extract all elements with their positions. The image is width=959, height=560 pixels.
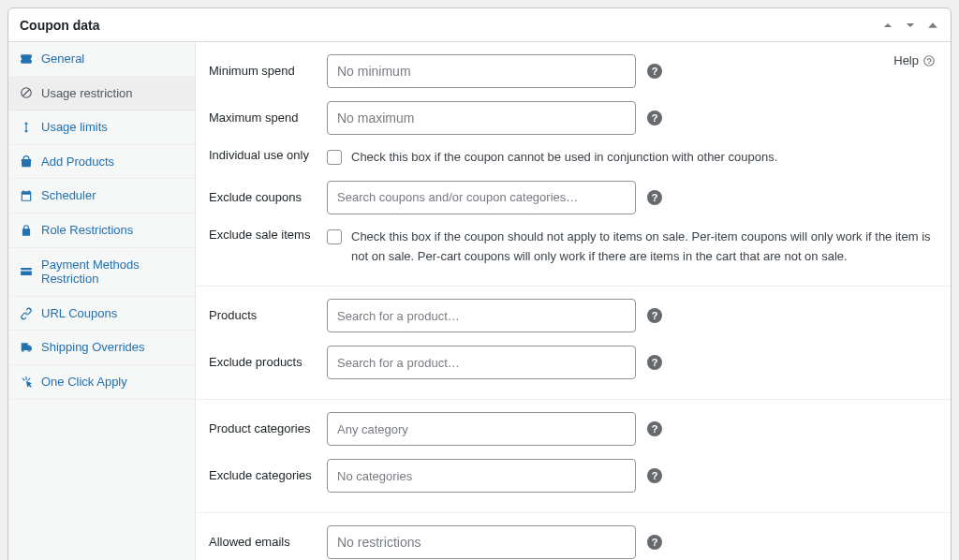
tab-label: Add Products <box>41 155 114 169</box>
allowed-emails-input[interactable] <box>327 525 636 559</box>
panel-controls <box>881 19 939 32</box>
min-spend-label: Minimum spend <box>209 54 327 78</box>
tab-label: Shipping Overrides <box>41 340 145 355</box>
individual-use-description: Check this box if the coupon cannot be u… <box>351 148 777 168</box>
help-icon <box>922 54 936 67</box>
card-icon <box>20 265 33 278</box>
tab-one-click-apply[interactable]: One Click Apply <box>8 365 195 400</box>
tab-label: Usage limits <box>41 120 108 135</box>
tab-add-products[interactable]: Add Products <box>8 145 195 180</box>
min-spend-input[interactable] <box>327 54 636 88</box>
products-label: Products <box>209 299 327 322</box>
product-categories-select[interactable]: Any category <box>327 412 636 446</box>
tab-usage-limits[interactable]: Usage limits <box>8 111 195 145</box>
exclude-coupons-placeholder: Search coupons and/or coupon categories… <box>337 190 578 204</box>
products-select[interactable]: Search for a product… <box>327 299 636 332</box>
individual-use-checkbox[interactable] <box>327 150 342 165</box>
bag-icon <box>20 155 33 169</box>
tab-label: General <box>41 52 84 66</box>
tab-label: URL Coupons <box>41 306 117 321</box>
exclude-products-label: Exclude products <box>209 346 327 369</box>
pointer-icon <box>20 376 33 389</box>
link-icon <box>20 307 33 320</box>
block-icon <box>20 86 33 99</box>
tab-usage-restriction[interactable]: Usage restriction <box>8 77 195 111</box>
exclude-sale-description: Check this box if the coupon should not … <box>351 228 937 267</box>
sidebar-tabs: General Usage restriction Usage limits A… <box>8 42 196 560</box>
coupon-data-panel: Coupon data General Usage restriction Us… <box>7 7 952 560</box>
panel-header: Coupon data <box>8 8 951 42</box>
lock-icon <box>20 224 33 237</box>
tab-general[interactable]: General <box>8 42 195 77</box>
ticket-icon <box>20 52 33 66</box>
help-tooltip-icon[interactable]: ? <box>647 355 662 370</box>
max-spend-input[interactable] <box>327 101 636 135</box>
tab-label: Usage restriction <box>41 86 133 101</box>
tab-url-coupons[interactable]: URL Coupons <box>8 297 195 332</box>
individual-use-label: Individual use only <box>209 148 327 162</box>
exclude-categories-label: Exclude categories <box>209 459 327 482</box>
panel-title: Coupon data <box>20 18 100 33</box>
help-tooltip-icon[interactable]: ? <box>647 308 662 323</box>
exclude-sale-label: Exclude sale items <box>209 228 327 242</box>
tab-role-restrictions[interactable]: Role Restrictions <box>8 214 195 248</box>
max-spend-label: Maximum spend <box>209 101 327 125</box>
help-label: Help <box>893 53 919 67</box>
collapse-toggle-icon[interactable] <box>926 19 939 32</box>
product-categories-label: Product categories <box>209 412 327 435</box>
arrows-vertical-icon <box>20 121 33 134</box>
help-tooltip-icon[interactable]: ? <box>647 468 662 483</box>
product-categories-placeholder: Any category <box>337 422 408 436</box>
exclude-coupons-label: Exclude coupons <box>209 181 327 204</box>
products-placeholder: Search for a product… <box>337 309 460 323</box>
help-tooltip-icon[interactable]: ? <box>647 421 662 436</box>
tab-label: Role Restrictions <box>41 223 133 238</box>
tab-label: Payment Methods Restriction <box>41 258 184 287</box>
tab-scheduler[interactable]: Scheduler <box>8 179 195 214</box>
exclude-products-placeholder: Search for a product… <box>337 356 460 370</box>
tab-label: Scheduler <box>41 188 96 203</box>
help-tooltip-icon[interactable]: ? <box>647 111 662 125</box>
exclude-sale-checkbox[interactable] <box>327 229 342 244</box>
help-tooltip-icon[interactable]: ? <box>647 64 662 79</box>
calendar-icon <box>20 189 33 202</box>
allowed-emails-label: Allowed emails <box>209 525 327 549</box>
tab-label: One Click Apply <box>41 375 127 390</box>
help-tooltip-icon[interactable]: ? <box>647 190 662 205</box>
exclude-categories-select[interactable]: No categories <box>327 459 636 493</box>
exclude-products-select[interactable]: Search for a product… <box>327 346 636 379</box>
help-tooltip-icon[interactable]: ? <box>647 535 662 550</box>
exclude-categories-placeholder: No categories <box>337 469 412 483</box>
exclude-coupons-select[interactable]: Search coupons and/or coupon categories… <box>327 181 636 214</box>
tab-payment-methods-restriction[interactable]: Payment Methods Restriction <box>8 248 195 297</box>
move-down-icon[interactable] <box>904 19 917 32</box>
move-up-icon[interactable] <box>881 19 894 32</box>
tab-shipping-overrides[interactable]: Shipping Overrides <box>8 331 195 365</box>
help-button[interactable]: Help <box>893 53 936 67</box>
truck-icon <box>20 341 33 354</box>
usage-restriction-panel: Help Minimum spend ? Maximum spend ? <box>196 42 951 560</box>
